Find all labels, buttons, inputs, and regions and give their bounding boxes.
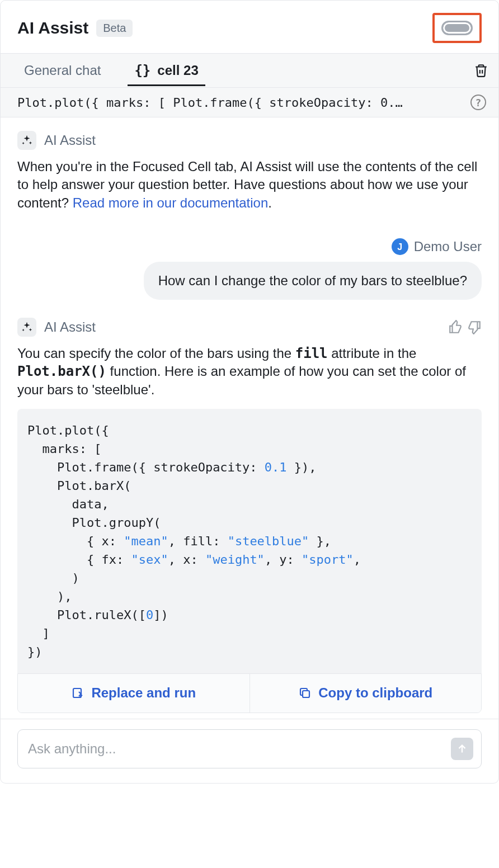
sparkle-icon <box>17 131 36 150</box>
panel-header: AI Assist Beta <box>1 1 498 53</box>
intro-period: . <box>268 195 272 210</box>
ans-code1: fill <box>295 346 328 361</box>
replace-and-run-button[interactable]: Replace and run <box>18 674 250 712</box>
toggle-highlight <box>432 13 482 43</box>
chat-input-placeholder: Ask anything... <box>28 741 116 757</box>
toggle-pill[interactable] <box>441 21 473 35</box>
copy-icon <box>298 686 312 700</box>
ans-t1: You can specify the color of the bars us… <box>17 346 295 361</box>
user-bubble-wrap: How can I change the color of my bars to… <box>17 262 482 300</box>
answer-sender-row: AI Assist <box>17 318 482 337</box>
ans-code2: Plot.barX() <box>17 364 106 379</box>
panel-title: AI Assist <box>17 18 88 37</box>
tabs-row: General chat {} cell 23 <box>1 53 498 88</box>
feedback-buttons <box>448 320 482 334</box>
help-icon[interactable]: ? <box>470 95 486 110</box>
intro-sender-row: AI Assist <box>17 131 482 150</box>
ai-assist-panel: AI Assist Beta General chat {} cell 23 P… <box>0 0 499 784</box>
tab-focused-cell[interactable]: {} cell 23 <box>128 55 205 86</box>
chat-input[interactable]: Ask anything... <box>17 729 482 768</box>
beta-badge: Beta <box>96 20 133 37</box>
copy-to-clipboard-button[interactable]: Copy to clipboard <box>250 674 482 712</box>
thumbs-down-icon[interactable] <box>467 320 482 334</box>
cell-context-snippet: Plot.plot({ marks: [ Plot.frame({ stroke… <box>17 96 462 110</box>
answer-sender-name: AI Assist <box>44 318 96 336</box>
sparkle-icon <box>17 318 36 337</box>
user-avatar: J <box>392 238 408 255</box>
copy-label: Copy to clipboard <box>318 684 432 702</box>
trash-icon[interactable] <box>474 63 488 78</box>
intro-message: AI Assist When you're in the Focused Cel… <box>17 131 482 212</box>
answer-text: You can specify the color of the bars us… <box>17 345 482 399</box>
input-bar: Ask anything... <box>1 719 498 783</box>
tab-general-chat[interactable]: General chat <box>17 55 107 86</box>
replace-label: Replace and run <box>91 684 196 702</box>
user-sender-row: J Demo User <box>17 238 482 256</box>
thumbs-up-icon[interactable] <box>448 320 463 334</box>
user-name: Demo User <box>414 238 482 256</box>
code-block: Plot.plot({ marks: [ Plot.frame({ stroke… <box>17 409 482 673</box>
tab-cell-label: cell 23 <box>157 63 198 78</box>
cell-context-row: Plot.plot({ marks: [ Plot.frame({ stroke… <box>1 88 498 117</box>
braces-icon: {} <box>134 63 150 78</box>
intro-sender-name: AI Assist <box>44 131 96 149</box>
arrow-up-icon <box>456 743 468 755</box>
conversation-area: AI Assist When you're in the Focused Cel… <box>1 117 498 719</box>
doc-link[interactable]: Read more in our documentation <box>73 195 269 210</box>
code-actions-row: Replace and run Copy to clipboard <box>17 673 482 713</box>
replace-icon <box>71 686 84 700</box>
title-wrap: AI Assist Beta <box>17 18 133 37</box>
send-button[interactable] <box>451 738 473 760</box>
user-message: How can I change the color of my bars to… <box>144 262 482 300</box>
ans-t2: attribute in the <box>328 346 417 361</box>
svg-rect-1 <box>303 691 309 697</box>
